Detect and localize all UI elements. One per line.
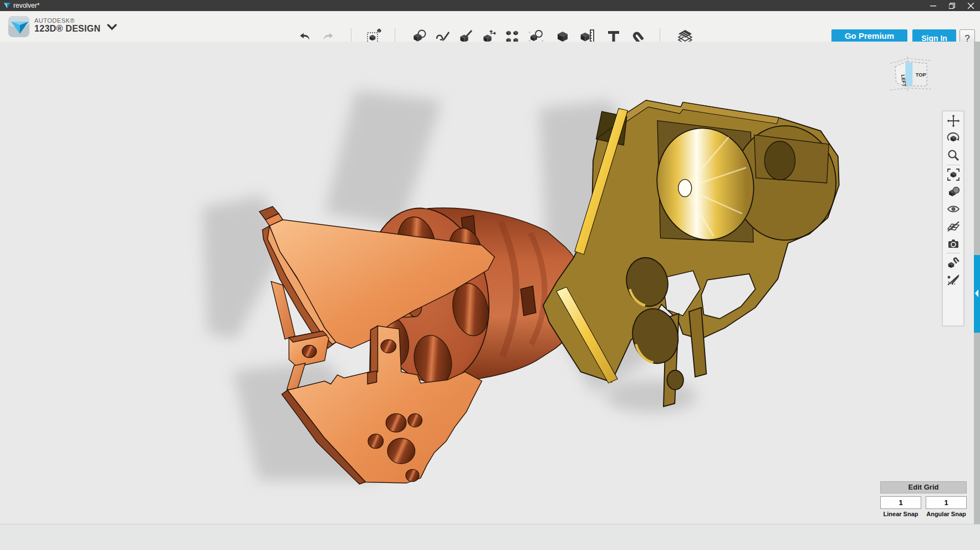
scene-3d[interactable]: LEFT TOP — [0, 42, 980, 524]
angular-snap-input[interactable] — [926, 496, 967, 509]
brand-123d-design: 123D® DESIGN — [34, 24, 100, 34]
fit-button[interactable] — [946, 167, 961, 182]
visibility-button[interactable] — [946, 201, 961, 217]
edit-grid-panel: Edit Grid Linear Snap Angular Snap — [880, 481, 967, 517]
linear-snap-input[interactable] — [880, 496, 921, 509]
sketch-off-icon — [947, 273, 960, 287]
orbit-icon — [947, 131, 960, 145]
pan-icon — [947, 114, 960, 128]
expand-arrow-icon — [974, 255, 980, 333]
angular-snap-label: Angular Snap — [926, 511, 967, 517]
minimize-button[interactable] — [923, 0, 942, 11]
go-premium-label: Go Premium — [845, 32, 894, 40]
nav-toolbar — [942, 111, 964, 326]
sketch-visibility-button[interactable] — [946, 272, 961, 288]
view-cube-top-label[interactable]: TOP — [916, 72, 926, 78]
fit-icon — [947, 168, 960, 181]
snap-toggle-button[interactable] — [946, 255, 961, 271]
shaded-view-button[interactable] — [946, 184, 961, 200]
eye-icon — [947, 202, 960, 216]
screenshot-button[interactable] — [946, 236, 961, 251]
close-button[interactable] — [961, 0, 980, 11]
camera-icon — [947, 237, 960, 250]
orbit-button[interactable] — [946, 130, 961, 146]
app-header: AUTODESK® 123D® DESIGN — [0, 11, 980, 42]
minimize-icon — [930, 3, 936, 9]
viewport-canvas[interactable]: LEFT TOP — [0, 42, 980, 524]
zoom-icon — [947, 149, 960, 162]
linear-snap-label: Linear Snap — [880, 511, 921, 517]
pan-button[interactable] — [946, 113, 961, 129]
taskbar: P — [0, 524, 980, 550]
brand-block: AUTODESK® 123D® DESIGN — [34, 17, 100, 34]
snap-toggle-icon — [947, 256, 960, 269]
brand-autodesk: AUTODESK® — [34, 17, 100, 24]
chevron-down-icon[interactable] — [106, 23, 118, 31]
grid-toggle-button[interactable] — [946, 218, 961, 234]
window-title: revolver* — [13, 2, 39, 9]
close-icon — [968, 3, 974, 9]
app-logo[interactable] — [8, 16, 30, 38]
restore-button[interactable] — [942, 0, 961, 11]
nav-separator — [947, 165, 960, 165]
panel-expand-handle[interactable] — [974, 255, 980, 333]
restore-icon — [949, 3, 955, 9]
grid-off-icon — [947, 220, 960, 233]
window-controls — [923, 0, 980, 11]
nav-separator — [947, 253, 960, 253]
title-bar: revolver* — [0, 0, 980, 11]
edit-grid-button[interactable]: Edit Grid — [880, 481, 967, 493]
zoom-button[interactable] — [946, 147, 961, 163]
shaded-view-icon — [947, 185, 960, 198]
app-icon — [3, 2, 11, 9]
